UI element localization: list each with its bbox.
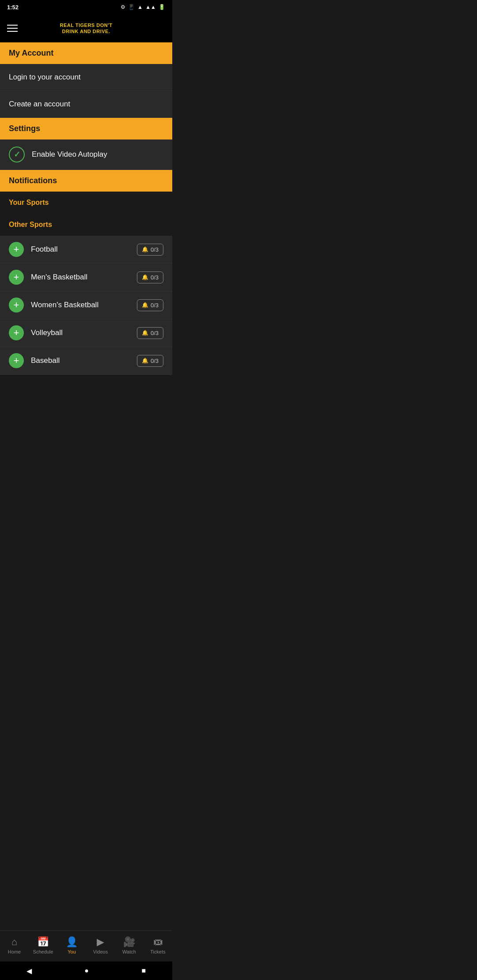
- mens-basketball-notification-badge[interactable]: 🔔 0/3: [137, 271, 163, 283]
- nav-item-watch[interactable]: 🎥 Watch: [115, 933, 144, 958]
- enable-video-autoplay-item[interactable]: ✓ Enable Video Autoplay: [0, 139, 172, 170]
- watch-icon: 🎥: [123, 936, 135, 948]
- status-icons: ⚙ 📱 ▲ ▲▲ 🔋: [121, 4, 165, 10]
- status-time: 1:52: [7, 4, 19, 11]
- add-baseball-button[interactable]: +: [9, 353, 24, 368]
- add-football-button[interactable]: +: [9, 242, 24, 257]
- content-area: My Account Login to your account Create …: [0, 42, 172, 428]
- womens-basketball-notification-badge[interactable]: 🔔 0/3: [137, 299, 163, 311]
- your-sports-label: Your Sports: [0, 192, 172, 214]
- football-notification-badge[interactable]: 🔔 0/3: [137, 244, 163, 256]
- womens-basketball-label: Women's Basketball: [31, 301, 130, 309]
- schedule-nav-label: Schedule: [33, 949, 53, 954]
- sport-item-football[interactable]: + Football 🔔 0/3: [0, 236, 172, 264]
- bell-icon-mens-basketball: 🔔: [142, 274, 148, 280]
- volleyball-notification-badge[interactable]: 🔔 0/3: [137, 327, 163, 339]
- bell-icon-baseball: 🔔: [142, 358, 148, 364]
- hamburger-menu-button[interactable]: [7, 25, 18, 32]
- add-volleyball-button[interactable]: +: [9, 325, 24, 340]
- bell-icon-volleyball: 🔔: [142, 330, 148, 336]
- create-account-menu-item[interactable]: Create an account: [0, 91, 172, 118]
- status-bar: 1:52 ⚙ 📱 ▲ ▲▲ 🔋: [0, 0, 172, 14]
- android-back-button[interactable]: ◀: [26, 967, 32, 975]
- add-mens-basketball-button[interactable]: +: [9, 270, 24, 285]
- mens-basketball-count: 0/3: [151, 274, 159, 281]
- baseball-notification-badge[interactable]: 🔔 0/3: [137, 355, 163, 367]
- nav-item-videos[interactable]: ▶ Videos: [86, 933, 115, 958]
- bell-icon-womens-basketball: 🔔: [142, 302, 148, 308]
- plus-icon: +: [14, 245, 19, 254]
- sport-item-volleyball[interactable]: + Volleyball 🔔 0/3: [0, 319, 172, 347]
- settings-section-header: Settings: [0, 118, 172, 139]
- header-logo: REAL TIGERS DON'T DRINK AND DRIVE.: [18, 22, 155, 35]
- nav-item-tickets[interactable]: 🎟 Tickets: [144, 933, 172, 958]
- signal-icon: ▲▲: [145, 4, 156, 10]
- home-nav-label: Home: [8, 949, 21, 954]
- volleyball-label: Volleyball: [31, 328, 130, 337]
- plus-icon: +: [14, 300, 19, 310]
- sports-list: + Football 🔔 0/3 + Men's Basketball 🔔 0/…: [0, 236, 172, 375]
- bottom-navigation: ⌂ Home 📅 Schedule 👤 You ▶ Videos 🎥 Watch…: [0, 931, 172, 961]
- videos-icon: ▶: [97, 936, 104, 948]
- notifications-section-header: Notifications: [0, 170, 172, 192]
- baseball-label: Baseball: [31, 356, 130, 365]
- sport-item-womens-basketball[interactable]: + Women's Basketball 🔔 0/3: [0, 291, 172, 319]
- nav-item-home[interactable]: ⌂ Home: [0, 933, 29, 958]
- login-menu-item[interactable]: Login to your account: [0, 64, 172, 91]
- plus-icon: +: [14, 272, 19, 282]
- other-sports-label: Other Sports: [0, 214, 172, 236]
- sim-status-icon: 📱: [128, 4, 135, 10]
- autoplay-label: Enable Video Autoplay: [32, 150, 107, 159]
- battery-icon: 🔋: [159, 4, 165, 10]
- android-home-button[interactable]: ●: [84, 967, 89, 975]
- schedule-icon: 📅: [37, 936, 49, 948]
- plus-icon: +: [14, 328, 19, 338]
- bell-icon-football: 🔔: [142, 246, 148, 253]
- mens-basketball-label: Men's Basketball: [31, 273, 130, 282]
- sport-item-baseball[interactable]: + Baseball 🔔 0/3: [0, 347, 172, 375]
- sport-item-mens-basketball[interactable]: + Men's Basketball 🔔 0/3: [0, 264, 172, 291]
- womens-basketball-count: 0/3: [151, 302, 159, 309]
- football-count: 0/3: [151, 246, 159, 253]
- my-account-section-header: My Account: [0, 42, 172, 64]
- football-label: Football: [31, 245, 130, 254]
- you-nav-label: You: [68, 949, 76, 954]
- tickets-nav-label: Tickets: [150, 949, 165, 954]
- home-icon: ⌂: [11, 936, 17, 948]
- add-womens-basketball-button[interactable]: +: [9, 298, 24, 313]
- wifi-icon: ▲: [137, 4, 143, 10]
- settings-status-icon: ⚙: [121, 4, 125, 10]
- android-recent-button[interactable]: ■: [142, 967, 146, 975]
- checkmark-icon: ✓: [14, 151, 20, 158]
- you-icon: 👤: [66, 936, 78, 948]
- watch-nav-label: Watch: [122, 949, 136, 954]
- baseball-count: 0/3: [151, 358, 159, 364]
- nav-item-you[interactable]: 👤 You: [57, 933, 86, 958]
- videos-nav-label: Videos: [93, 949, 108, 954]
- volleyball-count: 0/3: [151, 330, 159, 336]
- android-system-nav: ◀ ● ■: [0, 961, 172, 980]
- tickets-icon: 🎟: [153, 936, 163, 948]
- nav-item-schedule[interactable]: 📅 Schedule: [29, 933, 57, 958]
- app-header: REAL TIGERS DON'T DRINK AND DRIVE.: [0, 14, 172, 42]
- autoplay-check-circle: ✓: [9, 147, 25, 162]
- plus-icon: +: [14, 356, 19, 366]
